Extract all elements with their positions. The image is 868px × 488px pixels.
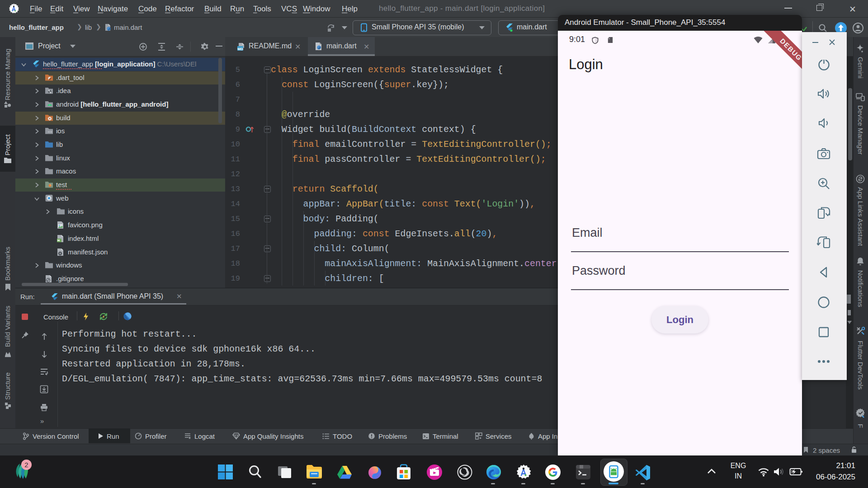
- svg-text:MD: MD: [237, 47, 243, 51]
